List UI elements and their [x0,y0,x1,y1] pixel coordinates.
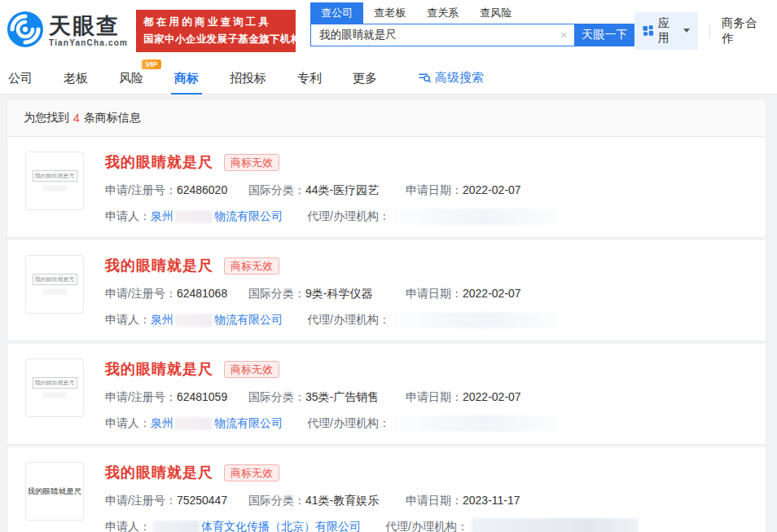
clear-search-icon[interactable]: × [560,29,567,42]
page-header: 天眼查 TianYanCha.com 都在用的商业查询工具 国家中小企业发展子基… [0,0,777,61]
tianyancha-logo-icon [7,11,44,51]
promo-banner: 都在用的商业查询工具 国家中小企业发展子基金旗下机构 [136,10,296,52]
intl-class-value: 9类-科学仪器 [305,287,372,300]
tianyancha-logo[interactable]: 天眼查 TianYanCha.com [7,11,128,51]
reg-no-label: 申请/注册号： [105,494,177,507]
advanced-search-icon [418,71,431,84]
apply-date-value: 2022-02-07 [463,390,521,403]
status-badge: 商标无效 [224,464,279,481]
reg-no-label: 申请/注册号： [105,390,177,403]
thumbnail-text: 我的眼睛就是尺 [33,170,77,182]
apps-menu-label: 应用 [658,16,678,46]
apply-date-value: 2023-11-17 [463,494,520,507]
apply-date-label: 申请日期： [406,494,463,507]
trademark-result-card[interactable]: 我的眼睛就是尺 我的眼睛就是尺 商标无效 申请/注册号：62481059 国际分… [7,341,766,445]
trademark-name-link[interactable]: 我的眼睛就是尺 [105,256,213,275]
applicant-link[interactable]: 泉州物流有限公司 [151,209,283,224]
tab-boss[interactable]: 老板 [64,61,88,95]
brand-domain: TianYanCha.com [49,38,128,47]
agency-label: 代理/办理机构： [385,520,468,532]
intl-class-label: 国际分类： [248,183,305,196]
trademark-thumbnail[interactable]: 我的眼睛就是尺 [25,152,84,210]
redacted-text-block [175,210,213,223]
thumbnail-text: 我的眼睛就是尺 [33,274,77,285]
trademark-name-link[interactable]: 我的眼睛就是尺 [105,152,213,172]
result-category-nav: 公司 老板 风险VIP 商标 招投标 专利 更多 高级搜索 [0,61,777,95]
trademark-thumbnail[interactable]: 我的眼睛就是尺 [25,462,84,521]
search-tab-boss[interactable]: 查老板 [363,2,416,24]
thumbnail-watermark [42,392,67,398]
apps-menu-button[interactable]: 应用 [634,12,698,50]
applicant-label: 申请人： [105,520,151,532]
redacted-text-block [152,521,200,532]
redacted-text-block [393,415,556,432]
intl-class-value: 41类-教育娱乐 [305,494,379,507]
results-count: 4 [73,112,80,125]
search-input[interactable] [310,24,574,46]
redacted-text-block [393,209,556,225]
applicant-link[interactable]: 泉州物流有限公司 [151,416,283,431]
reg-no-value: 62486020 [177,183,227,196]
status-badge: 商标无效 [224,154,279,171]
applicant-label: 申请人： [105,313,151,328]
chevron-down-icon [683,29,690,33]
promo-banner-line2: 国家中小企业发展子基金旗下机构 [143,33,288,46]
results-count-bar: 为您找到 4 条商标信息 [7,99,766,137]
tab-more[interactable]: 更多 [353,61,377,95]
apply-date-value: 2022-02-07 [463,287,521,300]
redacted-text-block [393,312,556,328]
agency-label: 代理/办理机构： [307,313,390,328]
agency-label: 代理/办理机构： [307,416,390,431]
trademark-result-card[interactable]: 我的眼睛就是尺 我的眼睛就是尺 商标无效 申请/注册号：62486020 国际分… [7,137,766,238]
thumbnail-text: 我的眼睛就是尺 [33,377,77,389]
intl-class-value: 35类-广告销售 [305,390,379,403]
trademark-thumbnail[interactable]: 我的眼睛就是尺 [25,255,84,314]
tab-trademark[interactable]: 商标 [174,61,199,95]
reg-no-value: 75250447 [177,494,227,507]
search-tab-company[interactable]: 查公司 [310,2,363,24]
search-button[interactable]: 天眼一下 [574,24,634,46]
intl-class-label: 国际分类： [248,287,305,300]
header-divider [709,24,710,37]
trademark-name-link[interactable]: 我的眼睛就是尺 [105,359,213,379]
redacted-text-block [175,417,213,430]
reg-no-label: 申请/注册号： [105,287,177,300]
search-tab-relation[interactable]: 查关系 [416,2,469,24]
advanced-search-button[interactable]: 高级搜索 [418,70,484,86]
vip-badge: VIP [142,59,161,69]
intl-class-label: 国际分类： [248,390,305,403]
applicant-label: 申请人： [105,416,151,431]
applicant-link[interactable]: 泉州物流有限公司 [151,313,283,328]
redacted-text-block [175,314,213,327]
apply-date-value: 2022-02-07 [463,183,521,196]
trademark-name-link[interactable]: 我的眼睛就是尺 [105,463,213,482]
tab-risk[interactable]: 风险VIP [119,61,143,95]
apply-date-label: 申请日期： [406,287,463,300]
search-type-tabs: 查公司 查老板 查关系 查风险 [310,2,634,24]
thumbnail-text: 我的眼睛就是尺 [28,486,82,497]
business-cooperation-link[interactable]: 商务合作 [722,15,766,46]
apply-date-label: 申请日期： [406,390,463,403]
promo-banner-line1: 都在用的商业查询工具 [143,15,288,29]
search-tab-risk[interactable]: 查风险 [469,2,522,24]
reg-no-value: 62481059 [177,390,227,403]
reg-no-label: 申请/注册号： [105,183,177,196]
apps-grid-icon [643,24,654,37]
tab-company[interactable]: 公司 [8,61,33,95]
status-badge: 商标无效 [224,257,279,275]
thumbnail-watermark [42,288,67,295]
advanced-search-label: 高级搜索 [435,70,484,86]
trademark-result-card[interactable]: 我的眼睛就是尺 我的眼睛就是尺 商标无效 申请/注册号：62481068 国际分… [7,238,766,341]
tab-bidding[interactable]: 招投标 [230,61,266,95]
tab-patent[interactable]: 专利 [297,61,322,95]
count-prefix: 为您找到 [24,111,69,125]
count-suffix: 条商标信息 [84,111,141,125]
agency-label: 代理/办理机构： [307,209,390,224]
trademark-thumbnail[interactable]: 我的眼睛就是尺 [25,358,84,417]
applicant-link[interactable]: 体育文化传播（北京）有限公司 [151,520,361,532]
intl-class-value: 44类-医疗园艺 [305,183,379,196]
intl-class-label: 国际分类： [248,494,305,507]
apply-date-label: 申请日期： [406,183,463,196]
trademark-result-card[interactable]: 我的眼睛就是尺 我的眼睛就是尺 商标无效 申请/注册号：75250447 国际分… [7,445,766,532]
brand-name: 天眼查 [49,15,128,37]
